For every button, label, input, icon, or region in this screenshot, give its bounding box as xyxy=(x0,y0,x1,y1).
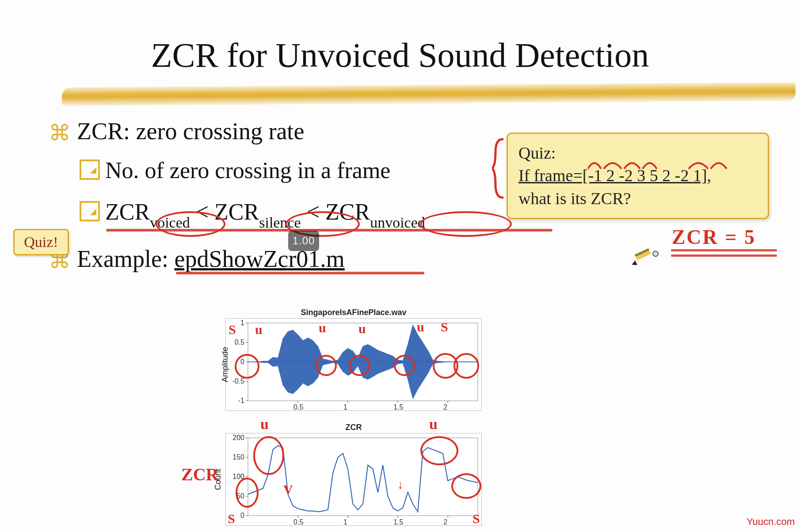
wave-label-u4: u xyxy=(417,319,424,334)
slide: ZCR for Unvoiced Sound Detection ⌘ZCR: z… xyxy=(0,0,800,532)
zcr-side-label: ZCR xyxy=(181,464,218,485)
wave-label-u3: u xyxy=(358,321,366,336)
chart-waveform: SingaporeIsAFinePlace.wav Amplitude S u … xyxy=(225,318,482,411)
subbullet-icon xyxy=(80,160,100,180)
wave-red-circle-gap1 xyxy=(316,355,337,376)
zcr-label-arrow: ↓ xyxy=(397,478,404,492)
red-underline-example xyxy=(176,272,424,274)
svg-point-3 xyxy=(652,251,659,257)
zcr-label-v: V xyxy=(283,482,293,497)
wave-label-s-end: S xyxy=(441,319,448,334)
wave-label-u2: u xyxy=(319,320,326,335)
wave-red-circle-gap3 xyxy=(394,355,415,376)
watermark: Yuucn.com xyxy=(747,516,795,528)
svg-marker-0 xyxy=(632,260,638,266)
slide-title: ZCR for Unvoiced Sound Detection xyxy=(0,35,800,75)
formula-sub3: unvoiced xyxy=(370,214,425,231)
zcr-red-circle-end xyxy=(451,473,481,499)
zcr-label-s-right: S xyxy=(472,511,480,526)
charts-area: SingaporeIsAFinePlace.wav Amplitude S u … xyxy=(225,318,491,532)
bullet-icon: ⌘ xyxy=(49,118,71,148)
subbullet-no-crossing-text: No. of zero crossing in a frame xyxy=(105,158,390,183)
example-file-link[interactable]: epdShowZcr01.m xyxy=(174,246,344,272)
chart-waveform-title: SingaporeIsAFinePlace.wav xyxy=(226,308,481,317)
quiz-box: Quiz: If frame=[-1 2 -2 3 5 2 -2 1], wha… xyxy=(507,133,769,219)
quiz-button[interactable]: Quiz! xyxy=(13,229,69,255)
chart-zcr: ZCR Count Time (sec) Play Wave u u V ↓ S… xyxy=(225,433,482,526)
playback-speed-pill[interactable]: 1.00 xyxy=(288,231,319,251)
wave-red-circle-gap2 xyxy=(349,355,370,376)
bullet-example-prefix: Example: xyxy=(77,246,174,272)
zcr-label-u-right: u xyxy=(429,416,438,433)
zcr-label-u-left: u xyxy=(260,416,269,433)
wave-red-circle-end2 xyxy=(453,353,479,379)
bullet-zcr-def-text: ZCR: zero crossing rate xyxy=(77,118,304,144)
formula-zcr1: ZCR xyxy=(105,199,150,224)
red-circle-voiced xyxy=(156,211,225,237)
subbullet-icon xyxy=(80,201,100,221)
zcr-red-circle-peak1 xyxy=(253,436,284,475)
red-circle-unvoiced xyxy=(420,211,512,237)
quiz-arc-icons xyxy=(588,156,747,170)
zcr-red-circle-peak2 xyxy=(420,436,458,465)
hand-zcr-answer: ZCR = 5 xyxy=(672,225,756,249)
title-underline-brush xyxy=(62,82,796,106)
quiz-brace-icon xyxy=(492,137,504,199)
red-underline-answer1 xyxy=(671,249,777,251)
quiz-line3: what is its ZCR? xyxy=(518,187,757,210)
wave-label-u1: u xyxy=(255,322,263,337)
red-underline-answer2 xyxy=(671,255,777,257)
hand-zcr-answer-text: ZCR = 5 xyxy=(672,226,756,248)
